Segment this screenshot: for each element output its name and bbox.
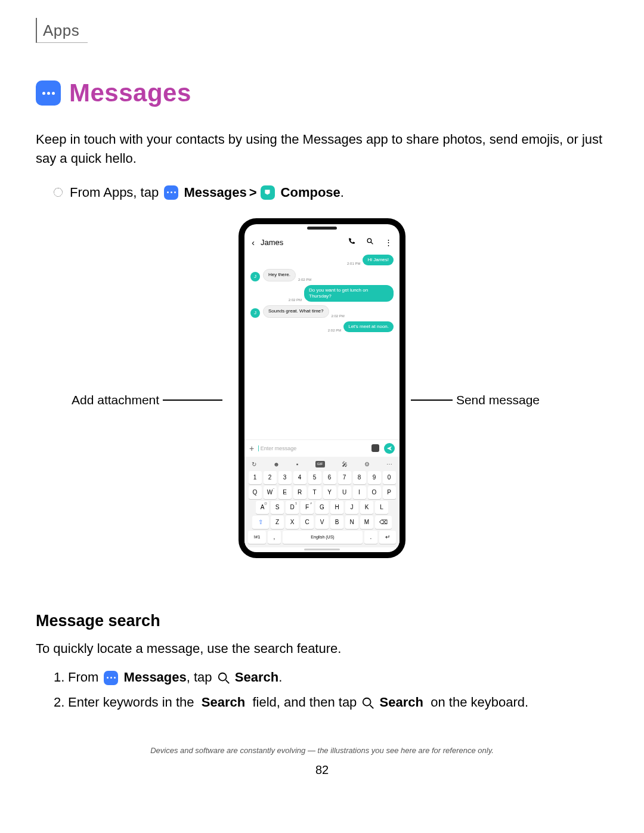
keyboard-key[interactable]: E (278, 486, 292, 499)
sub-intro: To quickly locate a message, use the sea… (36, 641, 608, 657)
keyboard-key[interactable]: G (315, 501, 329, 514)
callout-line (163, 400, 222, 401)
keyboard-toolbar: ↻ ☻ ▪ GIF 🎤︎ ⚙ ⋯ (248, 459, 396, 469)
keyboard-key[interactable]: 4 (293, 471, 306, 484)
keyboard-row-5: !#1,English (US).↵ (248, 531, 396, 544)
keyboard-key[interactable]: !#1 (248, 531, 266, 544)
avatar: J (250, 272, 260, 281)
kbd-settings-icon[interactable]: ⚙ (364, 461, 370, 467)
add-attachment-icon[interactable]: + (249, 444, 254, 453)
message-row: JHey there.2:02 PM (250, 269, 394, 281)
keyboard-key[interactable]: 0 (383, 471, 396, 484)
keyboard-key[interactable]: 9 (368, 471, 381, 484)
keyboard-key[interactable]: English (US) (283, 531, 363, 544)
timestamp: 2:02 PM (332, 314, 345, 318)
keyboard-key[interactable]: Z (271, 516, 284, 529)
callout-left-label: Add attachment (72, 393, 159, 407)
keyboard-key[interactable]: M (360, 516, 373, 529)
keyboard-key[interactable]: 5 (308, 471, 321, 484)
keyboard-key[interactable]: T (308, 486, 321, 499)
timestamp: 2:01 PM (347, 262, 360, 265)
kbd-emoji-icon[interactable]: ☻ (273, 461, 280, 467)
keyboard-key[interactable]: S (271, 501, 284, 514)
t: field, and then tap (252, 695, 357, 710)
svg-line-1 (371, 242, 373, 244)
message-row: JSounds great. What time?2:02 PM (250, 305, 394, 317)
avatar: J (250, 308, 260, 318)
callout-line (411, 400, 453, 401)
message-bubble: Hey there. (263, 269, 296, 281)
messages-inline-icon (164, 185, 178, 200)
message-bubble: Sounds great. What time? (263, 305, 329, 317)
kbd-voice-icon[interactable]: 🎤︎ (342, 461, 348, 467)
message-bubble: Hi James! (363, 255, 394, 265)
messages-inline-icon (104, 671, 118, 685)
keyboard: ↻ ☻ ▪ GIF 🎤︎ ⚙ ⋯ 1234567890 QW~ERTYUIOP … (244, 457, 400, 547)
message-input[interactable]: Enter message (261, 445, 371, 451)
page-number: 82 (36, 763, 608, 777)
more-icon[interactable]: ⋮ (385, 238, 392, 247)
page-title: Messages (69, 79, 191, 107)
numbered-list: 1. From Messages, tap Search. 2. Enter k… (36, 670, 608, 710)
keyboard-key[interactable]: Q (249, 486, 262, 499)
list-item: 2. Enter keywords in the Search field, a… (54, 695, 608, 710)
keyboard-key[interactable]: 7 (338, 471, 351, 484)
kbd-sticker-icon[interactable]: ▪ (296, 461, 299, 467)
kbd-more-icon[interactable]: ⋯ (386, 461, 392, 467)
send-button[interactable] (384, 443, 395, 454)
keyboard-key[interactable]: J (345, 501, 358, 514)
keyboard-key[interactable]: 3 (278, 471, 292, 484)
keyboard-key[interactable]: R (293, 486, 306, 499)
call-icon[interactable] (348, 237, 355, 247)
back-icon[interactable]: ‹ (252, 237, 255, 247)
keyboard-key[interactable]: X (286, 516, 299, 529)
keyboard-row-1: 1234567890 (248, 471, 396, 484)
subheading-message-search: Message search (36, 612, 608, 630)
keyboard-key[interactable]: L (375, 501, 388, 514)
keyboard-key[interactable]: B (330, 516, 343, 529)
kbd-gif-icon[interactable]: GIF (315, 461, 325, 467)
search-icon[interactable] (366, 237, 374, 247)
keyboard-key[interactable]: H (330, 501, 343, 514)
keyboard-key[interactable]: N (345, 516, 358, 529)
sticker-icon[interactable] (371, 444, 379, 452)
earpiece (307, 227, 337, 230)
keyboard-key[interactable]: D$ (286, 501, 299, 514)
svg-point-2 (218, 673, 226, 681)
callout-send-message: Send message (411, 393, 540, 407)
keyboard-key[interactable]: U (338, 486, 351, 499)
keyboard-key[interactable]: 8 (353, 471, 366, 484)
keyboard-key[interactable]: 6 (323, 471, 336, 484)
keyboard-key[interactable]: V (315, 516, 329, 529)
keyboard-key[interactable]: F# (301, 501, 314, 514)
keyboard-key[interactable]: ⌫ (375, 516, 392, 529)
svg-line-5 (370, 705, 374, 709)
message-bubble: Do you want to get lunch on Thursday? (304, 285, 394, 302)
keyboard-key[interactable]: C (301, 516, 314, 529)
keyboard-key[interactable]: . (364, 531, 377, 544)
home-indicator (304, 549, 340, 550)
timestamp: 2:02 PM (298, 278, 311, 281)
timestamp: 2:02 PM (289, 298, 302, 302)
message-row: 2:02 PMLet's meet at noon. (250, 321, 394, 332)
keyboard-key[interactable]: I (353, 486, 366, 499)
keyboard-key[interactable]: ↵ (379, 531, 396, 544)
keyboard-key[interactable]: K (360, 501, 373, 514)
kbd-tool-icon[interactable]: ↻ (252, 461, 256, 467)
keyboard-key[interactable]: 2 (264, 471, 277, 484)
keyboard-key[interactable]: Y (323, 486, 336, 499)
list-item: 1. From Messages, tap Search. (54, 670, 608, 685)
keyboard-key[interactable]: O (368, 486, 381, 499)
keyboard-key[interactable]: A@ (256, 501, 269, 514)
keyboard-key[interactable]: ⇧ (252, 516, 269, 529)
instruction-app1: Messages (184, 185, 246, 200)
keyboard-key[interactable]: P (383, 486, 396, 499)
keyboard-key[interactable]: W~ (264, 486, 277, 499)
message-row: 2:01 PMHi James! (250, 255, 394, 265)
keyboard-key[interactable]: , (268, 531, 281, 544)
t: . (278, 670, 282, 685)
keyboard-row-3: A@SD$F#GHJKL (248, 501, 396, 514)
message-row: 2:02 PMDo you want to get lunch on Thurs… (250, 285, 394, 302)
keyboard-key[interactable]: 1 (249, 471, 262, 484)
callout-add-attachment: Add attachment (72, 393, 222, 407)
